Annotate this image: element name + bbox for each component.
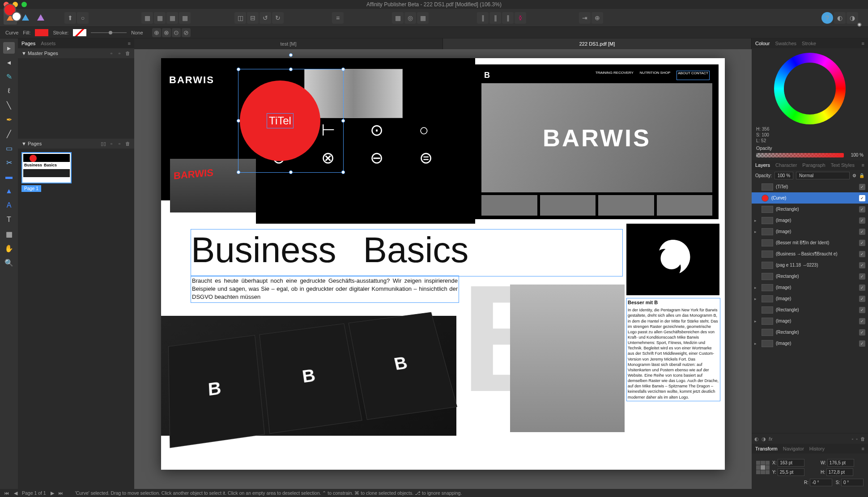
tab-colour[interactable]: Colour [755, 41, 770, 46]
brush-tool[interactable]: ╲ [3, 99, 15, 111]
guides3-icon[interactable]: ‖ [502, 12, 514, 24]
tab-assets[interactable]: Assets [41, 41, 55, 46]
account-icon[interactable]: ◐ [834, 12, 846, 24]
r-field[interactable] [810, 479, 832, 486]
move-tool[interactable]: ▸ [3, 42, 15, 54]
arrange-forward-icon[interactable]: ▦ [166, 12, 178, 24]
spread-view-icon[interactable]: ▯▯ [100, 140, 106, 147]
sync-icon[interactable]: ◑ [847, 12, 858, 24]
s-field[interactable] [841, 479, 864, 486]
ctx-icon-4[interactable]: ⊘ [182, 28, 191, 37]
help-icon[interactable]: ? [821, 12, 833, 24]
stroke-swatch[interactable] [73, 29, 86, 36]
delete-page-icon[interactable]: 🗑 [124, 140, 131, 147]
page-spread[interactable]: BARWIS ⊕ ⊢ ⊙ ○ ⊘ ⊗ ⊖ ⊜ [161, 58, 725, 470]
node-tool[interactable]: ◂ [3, 56, 15, 68]
page-nav-prev-icon[interactable]: ◀ [14, 490, 17, 496]
artistic-text-tool[interactable]: A [3, 200, 15, 211]
mask-icon[interactable]: ◐ [754, 436, 759, 442]
rotate-cw-icon[interactable]: ↻ [272, 12, 284, 24]
ctx-icon-1[interactable]: ⊕ [152, 28, 161, 37]
side-text-frame[interactable]: Besser mit B In der Identity, die Pentag… [626, 298, 720, 401]
flip-v-icon[interactable]: ⊟ [247, 12, 259, 24]
doc-tab-2[interactable]: 222 DS1.pdf [M] [443, 38, 752, 49]
fill-swatch[interactable] [35, 29, 48, 36]
add-pixel-layer-icon[interactable]: ▫ [856, 436, 858, 442]
layer-row[interactable]: (Curve)✓ [752, 192, 868, 204]
layer-row[interactable]: ▸(Image)✓ [752, 226, 868, 237]
ctx-icon-3[interactable]: ⊙ [172, 28, 181, 37]
layer-row[interactable]: ▸(Image)✓ [752, 282, 868, 293]
layers-list[interactable]: (TiTel)✓(Curve)✓(Rectangle)✓▸(Image)✓▸(I… [752, 181, 868, 433]
layer-row[interactable]: (pag e 11.18 →0223)✓ [752, 259, 868, 271]
arrange-front-icon[interactable]: ▦ [179, 12, 191, 24]
doc-tab-1[interactable]: test [M] [134, 38, 443, 49]
colour-wheel[interactable] [774, 53, 846, 124]
baseline-grid-icon[interactable]: ▦ [392, 12, 404, 24]
guides2-icon[interactable]: ‖ [489, 12, 501, 24]
layer-row[interactable]: ▸(Image)✓ [752, 338, 868, 349]
business-cards-image[interactable]: B B B [161, 316, 456, 436]
layer-row[interactable]: (TiTel)✓ [752, 181, 868, 192]
insert-inside-icon[interactable]: ⊕ [591, 12, 603, 24]
blend-mode-select[interactable]: Normal [796, 172, 850, 179]
magnet-icon[interactable]: ⧲ [515, 12, 526, 24]
tab-swatches[interactable]: Swatches [775, 41, 796, 46]
master-pages-header[interactable]: ▼ Master Pages ▫▫🗑 [18, 48, 134, 58]
rectangle-tool[interactable]: ▬ [3, 171, 15, 183]
tab-layers[interactable]: Layers [755, 162, 770, 168]
check-icon[interactable]: ○ [77, 12, 89, 24]
add-page-icon[interactable]: ▫ [108, 140, 115, 147]
layer-row[interactable]: (Rectangle)✓ [752, 204, 868, 215]
layer-row[interactable]: (Rectangle)✓ [752, 271, 868, 282]
dup-page-icon[interactable]: ▫ [116, 140, 123, 147]
master-pages-area[interactable] [18, 58, 134, 139]
opacity-slider[interactable] [756, 153, 844, 157]
stroke-width-slider[interactable] [91, 32, 127, 33]
anchor-widget[interactable] [756, 461, 770, 474]
rotate-ccw-icon[interactable]: ↺ [260, 12, 271, 24]
pan-tool[interactable]: ✋ [3, 242, 15, 254]
grid-icon[interactable]: ▦ [417, 12, 429, 24]
x-field[interactable] [778, 459, 804, 467]
flip-h-icon[interactable]: ◫ [234, 12, 246, 24]
colour-menu-icon[interactable]: ≡ [862, 41, 864, 46]
guides-icon[interactable]: ‖ [477, 12, 489, 24]
grid-view-icon[interactable]: ▫ [116, 50, 123, 56]
adjust-icon[interactable]: ◑ [762, 436, 766, 442]
h-field[interactable] [826, 468, 853, 476]
delete-layer-icon[interactable]: 🗑 [860, 436, 865, 442]
layer-row[interactable]: ▸(Image)✓ [752, 215, 868, 226]
website-mockup[interactable]: B TRAINING RECOVERY NUTRITION SHOP ABOUT… [475, 64, 719, 219]
frame-text-tool[interactable]: T [3, 214, 15, 225]
zoom-tool[interactable]: 🔍 [3, 257, 15, 268]
layer-row[interactable]: (Business →Basics¶Braucht e)✓ [752, 248, 868, 259]
athlete-photo[interactable] [510, 285, 625, 432]
photo-persona[interactable] [34, 11, 47, 25]
text-tool[interactable]: ℓ [3, 85, 15, 97]
red-circle-curve[interactable]: TiTel [240, 81, 320, 161]
fx-icon[interactable]: fx [769, 436, 772, 442]
tab-textstyles[interactable]: Text Styles [831, 162, 855, 168]
canvas[interactable]: BARWIS ⊕ ⊢ ⊙ ○ ⊘ ⊗ ⊖ ⊜ [134, 49, 752, 489]
image-tool[interactable]: ▭ [3, 142, 15, 154]
layer-row[interactable]: (Rectangle)✓ [752, 304, 868, 315]
page-nav-last-icon[interactable]: ⏭ [59, 490, 64, 496]
ctx-icon-2[interactable]: ⊗ [162, 28, 171, 37]
lock-icon[interactable]: 🔒 [859, 173, 864, 178]
pencil-tool[interactable]: ╱ [3, 128, 15, 140]
layer-row[interactable]: ▸(Image)✓ [752, 293, 868, 304]
add-layer-icon[interactable]: ▫ [852, 436, 854, 442]
layers-menu-icon[interactable]: ≡ [862, 162, 864, 168]
transform-menu-icon[interactable]: ≡ [862, 446, 864, 451]
layer-row[interactable]: (Rectangle)✓ [752, 327, 868, 338]
layer-opacity-value[interactable]: 100 % [774, 172, 793, 179]
panel-menu-icon[interactable]: ≡ [128, 41, 131, 46]
snap-icon[interactable]: ◎ [404, 12, 416, 24]
maximize-window[interactable] [21, 2, 27, 7]
tab-paragraph[interactable]: Paragraph [802, 162, 825, 168]
page-nav-next-icon[interactable]: ▶ [51, 490, 54, 496]
table-tool[interactable]: ▦ [3, 228, 15, 240]
tab-history[interactable]: History [809, 446, 825, 451]
gear-icon[interactable]: ⚙ [852, 173, 856, 178]
